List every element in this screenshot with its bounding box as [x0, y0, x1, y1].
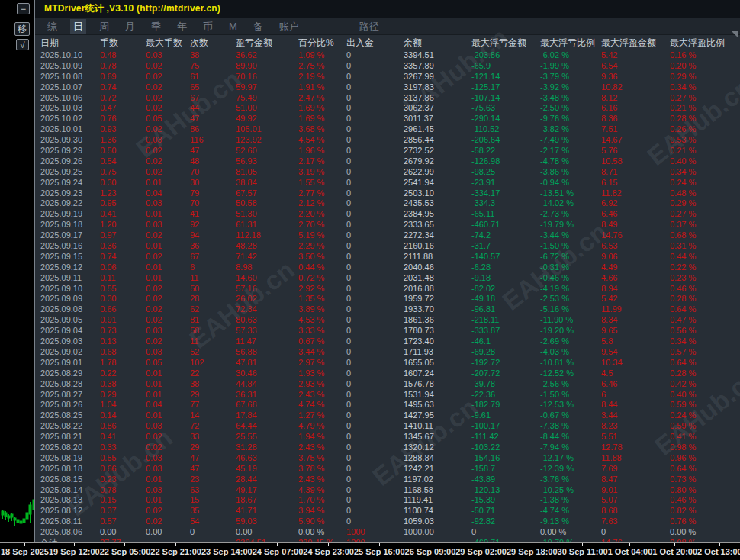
cell-最大浮盈金额: 6.16: [596, 103, 664, 114]
cell-盈亏金额: 25.55: [230, 432, 293, 443]
cell-手数: 0.76: [95, 114, 140, 124]
table-row[interactable]: 2025.08.261.040.047767.684.74 %01495.63-…: [35, 400, 740, 410]
table-row[interactable]: 2025.10.030.470.024451.001.69 %03062.37-…: [35, 103, 740, 114]
table-row[interactable]: 2025.09.150.740.026771.423.50 %02111.88-…: [35, 252, 740, 262]
menu-tab-周[interactable]: 周: [96, 19, 112, 34]
column-header: 日期: [35, 37, 95, 50]
table-row[interactable]: 2025.09.190.410.014151.302.20 %02384.95-…: [35, 209, 740, 220]
cell-最大手数: 0.01: [140, 410, 185, 421]
menu-tab-日[interactable]: 日: [70, 19, 86, 34]
menu-tab-年[interactable]: 年: [174, 19, 190, 34]
cell-最大浮盈金额: 8.12: [596, 93, 664, 104]
cell-最大浮盈金额: 5.8: [596, 336, 664, 347]
cell-日期: 2025.08.25: [35, 410, 95, 421]
cell-余额: 1242.21: [398, 464, 466, 475]
table-row[interactable]: 2025.08.060.000.0000.000.00 %10001000.00…: [35, 527, 740, 538]
table-row[interactable]: 2025.08.220.860.037264.444.79 %01410.11-…: [35, 421, 740, 432]
table-row[interactable]: 2025.09.181.200.039261.312.70 %02333.65-…: [35, 220, 740, 230]
table-row[interactable]: 2025.08.270.290.012936.312.43 %01531.94-…: [35, 390, 740, 401]
menu-tab-账户[interactable]: 账户: [276, 19, 302, 34]
cell-最大浮亏比例: -3.82 %: [535, 124, 596, 135]
table-row[interactable]: 2025.08.280.380.013844.842.93 %01576.78-…: [35, 379, 740, 390]
table-row[interactable]: 2025.09.250.750.027081.053.19 %02622.99-…: [35, 167, 740, 178]
table-row[interactable]: 2025.09.260.540.024856.932.17 %02679.92-…: [35, 156, 740, 167]
cell-最大浮亏比例: -19.20 %: [535, 326, 596, 336]
table-row[interactable]: 2025.08.210.410.023325.551.94 %01345.67-…: [35, 432, 740, 443]
cell-盈亏金额: 105.01: [230, 124, 293, 135]
table-row[interactable]: 2025.08.200.330.022931.282.43 %01320.12-…: [35, 443, 740, 453]
table-row[interactable]: 2025.08.140.780.036349.174.39 %01168.58-…: [35, 485, 740, 496]
table-row[interactable]: 2025.09.080.660.026272.343.89 %01933.70-…: [35, 304, 740, 315]
table-row[interactable]: 2025.08.120.370.023541.713.94 %01100.74-…: [35, 506, 740, 517]
table-row[interactable]: 2025.08.250.140.011417.841.27 %01427.95-…: [35, 410, 740, 421]
table-row[interactable]: 2025.09.301.360.03116123.924.54 %02856.4…: [35, 135, 740, 146]
cell-最大浮盈比例: 0.21 %: [664, 146, 740, 156]
table-row[interactable]: 2025.09.030.130.021111.470.67 %01723.40-…: [35, 336, 740, 347]
table-row[interactable]: 2025.09.220.950.037050.582.12 %02435.53-…: [35, 198, 740, 209]
table-row[interactable]: 2025.09.090.300.022826.021.35 %01959.72-…: [35, 294, 740, 304]
cell-最大手数: 0.03: [140, 485, 185, 496]
cell-次数: 38: [185, 50, 230, 61]
column-header: 最大浮亏金额: [466, 37, 535, 50]
cell-出入金: 0: [341, 390, 398, 401]
table-row[interactable]: 2025.10.090.780.027589.902.75 %03357.89-…: [35, 61, 740, 72]
table-row[interactable]: 2025.09.120.060.0168.980.44 %02040.46-6.…: [35, 262, 740, 273]
table-row[interactable]: 2025.09.040.730.035857.333.33 %01780.73-…: [35, 326, 740, 336]
menu-tab-备[interactable]: 备: [250, 19, 266, 34]
table-row[interactable]: 2025.10.060.720.026775.492.47 %03137.86-…: [35, 93, 740, 104]
table-row[interactable]: 2025.10.100.480.033836.621.09 %03394.51-…: [35, 50, 740, 61]
table-row[interactable]: 2025.08.110.570.025459.035.90 %01059.03-…: [35, 517, 740, 527]
menu-item-path[interactable]: 路径: [356, 19, 382, 34]
cell-最大浮亏比例: -7.94 %: [535, 443, 596, 453]
cell-日期: 2025.08.26: [35, 400, 95, 410]
table-row[interactable]: 2025.10.080.690.026170.162.19 %03267.99-…: [35, 72, 740, 82]
table-row[interactable]: 2025.09.110.110.011114.600.72 %02031.48-…: [35, 273, 740, 284]
cell-最大浮亏金额: -49.18: [466, 294, 535, 304]
minimize-button[interactable]: −: [17, 3, 30, 14]
menu-tab-综[interactable]: 综: [44, 19, 60, 34]
table-row[interactable]: 2025.08.180.660.034745.193.78 %01242.21-…: [35, 464, 740, 475]
cell-最大浮亏比例: -12.53 %: [535, 400, 596, 410]
cell-手数: 0.69: [95, 72, 140, 82]
cell-盈亏金额: 51.30: [230, 209, 293, 220]
cell-手数: 0.78: [95, 485, 140, 496]
cell-最大浮盈比例: 0.29 %: [664, 72, 740, 82]
table-row[interactable]: 2025.09.170.970.0294112.185.19 %02272.34…: [35, 230, 740, 241]
menu-tab-季[interactable]: 季: [148, 19, 164, 34]
move-button[interactable]: 移: [14, 22, 30, 36]
cell-最大浮亏金额: -82.02: [466, 284, 535, 294]
table-row[interactable]: 2025.10.070.740.026559.971.91 %03197.83-…: [35, 82, 740, 93]
check-button[interactable]: √: [16, 39, 29, 50]
cell-最大浮亏金额: -207.72: [466, 369, 535, 379]
table-row[interactable]: 2025.10.020.760.054749.921.69 %03011.37-…: [35, 114, 740, 124]
table-row[interactable]: 2025.09.050.910.028180.634.53 %01861.36-…: [35, 315, 740, 326]
table-row[interactable]: 2025.08.150.230.012328.442.43 %01197.02-…: [35, 475, 740, 485]
table-row[interactable]: 2025.09.290.500.024752.601.96 %02732.52-…: [35, 146, 740, 156]
cell-百分比%: 1.35 %: [293, 294, 341, 304]
table-row[interactable]: 2025.08.130.150.011518.671.70 %01119.41-…: [35, 495, 740, 506]
menu-tab-M[interactable]: M: [226, 20, 240, 33]
cell-最大浮亏金额: -290.14: [466, 114, 535, 124]
cell-最大浮盈比例: 0.00 %: [664, 527, 740, 538]
table-row[interactable]: 2025.10.010.930.0286105.013.68 %02961.45…: [35, 124, 740, 135]
cell-最大浮盈比例: 0.53 %: [664, 135, 740, 146]
resize-triangle-icon[interactable]: [732, 31, 738, 37]
cell-盈亏金额: 45.19: [230, 464, 293, 475]
table-row[interactable]: 2025.09.100.550.025057.162.92 %02016.88-…: [35, 284, 740, 294]
cell-日期: 2025.09.11: [35, 273, 95, 284]
table-row[interactable]: 2025.09.231.230.047967.572.77 %02503.10-…: [35, 188, 740, 199]
cell-盈亏金额: 17.84: [230, 410, 293, 421]
table-row[interactable]: 2025.09.011.780.0510247.812.97 %01655.05…: [35, 358, 740, 369]
table-row[interactable]: 2025.09.020.680.035256.883.44 %01711.93-…: [35, 347, 740, 358]
table-row[interactable]: 2025.08.190.550.034746.633.75 %01288.84-…: [35, 453, 740, 464]
menu-tab-月[interactable]: 月: [122, 19, 138, 34]
cell-次数: 61: [185, 72, 230, 82]
table-row[interactable]: 2025.09.240.300.013038.841.55 %02541.94-…: [35, 178, 740, 188]
cell-余额: 3267.99: [398, 72, 466, 82]
table-row[interactable]: 2025.09.160.360.013648.282.29 %02160.16-…: [35, 241, 740, 252]
cell-最大浮亏比例: -2.69 %: [535, 336, 596, 347]
cell-次数: 70: [185, 198, 230, 209]
cell-日期: 2025.09.05: [35, 315, 95, 326]
menu-tab-币[interactable]: 币: [200, 19, 216, 34]
table-row[interactable]: 2025.08.290.220.012230.461.93 %01607.24-…: [35, 369, 740, 379]
